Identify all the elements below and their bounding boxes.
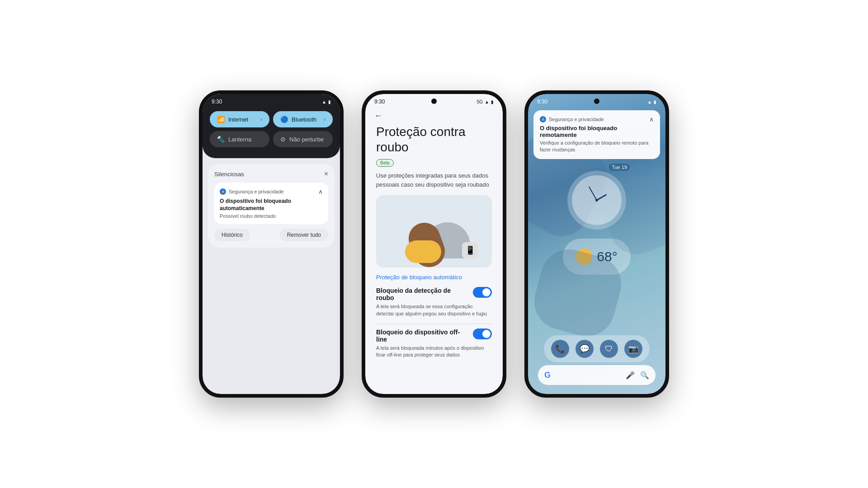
camera-punch (431, 99, 437, 104)
google-search-bar[interactable]: G 🎤 🔍 (538, 365, 656, 385)
bg-shape-3 (528, 243, 627, 343)
dnd-tile[interactable]: ⊘ Não perturbe (273, 131, 333, 147)
notification-source-label: Segurança e privacidade (229, 189, 284, 194)
phone-2: 9:30 5G ▲ ▮ ← Proteção contra roubo Beta… (362, 90, 506, 398)
toggle-1-desc: A tela será bloqueada se essa configuraç… (376, 303, 492, 317)
battery-icon: ▮ (328, 99, 331, 104)
internet-label: Internet (228, 116, 248, 123)
theft-illustration: 📱 (376, 195, 492, 267)
home-shield-icon: 🔒 (540, 116, 546, 122)
time-display-2: 9:30 (374, 99, 385, 105)
notification-title: O dispositivo foi bloqueado automaticame… (220, 198, 323, 212)
time-display: 9:30 (212, 99, 222, 105)
home-notif-expand[interactable]: ∧ (649, 116, 654, 123)
signal-icon-2: ▲ (485, 99, 489, 104)
shield-icon: 🔒 (220, 188, 226, 195)
expand-icon[interactable]: ∧ (318, 188, 323, 195)
close-notification-button[interactable]: × (324, 170, 328, 178)
toggle-label-1: Bloqueio da detecção de roubo (376, 287, 492, 301)
home-notif-title: O dispositivo foi bloqueado remotamente (540, 125, 654, 138)
clock-date: Tue 19 (609, 164, 630, 171)
lens-icon[interactable]: 🔍 (640, 371, 649, 380)
flashlight-icon: 🔦 (217, 136, 225, 143)
divider (376, 324, 492, 324)
notification-body: Possível roubo detectado (220, 213, 323, 219)
phone-3-screen: 9:30 ▲ ▮ 🔒 Segurança e privacidade ∧ O d… (528, 94, 665, 394)
google-logo: G (544, 371, 551, 380)
mic-icon[interactable]: 🎤 (626, 371, 635, 380)
messages-app-icon[interactable]: 💬 (576, 340, 594, 358)
bluetooth-label: Bluetooth (292, 116, 316, 123)
notification-header: Silenciosas × (214, 170, 328, 178)
notification-card-header: 🔒 Segurança e privacidade ∧ (220, 188, 323, 195)
shield-app-icon[interactable]: 🛡 (600, 340, 618, 358)
protection-content: Proteção contra roubo Beta Use proteções… (365, 124, 503, 365)
notification-source: 🔒 Segurança e privacidade (220, 188, 284, 195)
phone-1-screen: 9:30 ▲ ▮ 📶 Internet › 🔵 Bluetooth › (203, 94, 340, 394)
status-icons-3: ▲ ▮ (647, 99, 656, 104)
yellow-hand (405, 240, 441, 263)
home-notification-card[interactable]: 🔒 Segurança e privacidade ∧ O dispositiv… (533, 110, 660, 159)
search-right-icons: 🎤 🔍 (626, 371, 649, 380)
notification-panel: Silenciosas × 🔒 Segurança e privacidade … (208, 164, 335, 248)
clear-all-button[interactable]: Remover tudo (280, 229, 328, 241)
quick-tiles-grid: 📶 Internet › 🔵 Bluetooth › 🔦 Lanterna ⊘ … (203, 108, 340, 151)
back-button[interactable]: ← (365, 108, 503, 124)
network-label: 5G (477, 99, 483, 104)
toggle-label-2: Bloqueio do dispositivo off-line (376, 328, 492, 343)
home-notif-header: 🔒 Segurança e privacidade ∧ (540, 116, 654, 123)
phone-illustration-icon: 📱 (462, 242, 478, 258)
dnd-label: Não perturbe (289, 136, 324, 143)
history-button[interactable]: Histórico (214, 229, 250, 241)
home-notif-source-label: Segurança e privacidade (549, 117, 604, 122)
toggle-2-title: Bloqueio do dispositivo off-line (376, 328, 468, 343)
battery-icon-2: ▮ (491, 99, 494, 104)
home-notif-source: 🔒 Segurança e privacidade (540, 116, 604, 122)
clock-widget: Tue 19 (567, 171, 626, 230)
offline-lock-toggle[interactable] (473, 328, 492, 339)
clock-face (572, 175, 622, 225)
page-description: Use proteções integradas para seus dados… (376, 171, 492, 189)
bluetooth-icon: 🔵 (280, 116, 288, 123)
home-notif-body: Verifique a configuração de bloqueio rem… (540, 140, 654, 154)
signal-icon-3: ▲ (647, 99, 652, 104)
camera-app-icon[interactable]: 📷 (624, 340, 642, 358)
app-dock: 📞 💬 🛡 📷 (544, 335, 650, 362)
clock-center-dot (595, 199, 598, 202)
notification-section-title: Silenciosas (214, 171, 244, 178)
theft-detection-toggle-row: Bloqueio da detecção de roubo A tela ser… (376, 287, 492, 317)
internet-chevron: › (260, 117, 262, 122)
clock-minute-hand (589, 186, 597, 200)
notification-card: 🔒 Segurança e privacidade ∧ O dispositiv… (214, 183, 328, 224)
bluetooth-tile[interactable]: 🔵 Bluetooth › (273, 111, 333, 127)
status-icons-2: 5G ▲ ▮ (477, 99, 494, 104)
beta-badge: Beta (376, 159, 394, 167)
theft-detection-toggle[interactable] (473, 287, 492, 298)
bluetooth-chevron: › (324, 117, 326, 122)
dnd-icon: ⊘ (280, 136, 286, 143)
page-title-2: Proteção contra roubo (376, 124, 492, 155)
status-icons: ▲ ▮ (322, 99, 331, 104)
camera-punch-3 (594, 99, 599, 104)
phone-2-screen: 9:30 5G ▲ ▮ ← Proteção contra roubo Beta… (365, 94, 503, 394)
toggle-2-desc: A tela será bloqueada minutos após o dis… (376, 345, 492, 359)
phone-3: 9:30 ▲ ▮ 🔒 Segurança e privacidade ∧ O d… (524, 90, 669, 398)
offline-lock-toggle-row: Bloqueio do dispositivo off-line A tela … (376, 328, 492, 359)
wifi-icon: 📶 (217, 116, 225, 123)
signal-icon: ▲ (322, 99, 326, 104)
quick-settings-panel: 9:30 ▲ ▮ 📶 Internet › 🔵 Bluetooth › (203, 94, 340, 158)
battery-icon-3: ▮ (654, 99, 656, 104)
time-display-3: 9:30 (537, 99, 547, 105)
status-bar-1: 9:30 ▲ ▮ (203, 94, 340, 108)
auto-lock-link[interactable]: Proteção de bloqueio automático (376, 274, 492, 281)
internet-tile[interactable]: 📶 Internet › (210, 111, 269, 127)
flashlight-label: Lanterna (228, 136, 251, 143)
phone-app-icon[interactable]: 📞 (551, 340, 569, 358)
flashlight-tile[interactable]: 🔦 Lanterna (210, 131, 269, 147)
toggle-1-title: Bloqueio da detecção de roubo (376, 287, 468, 301)
phone-1: 9:30 ▲ ▮ 📶 Internet › 🔵 Bluetooth › (199, 90, 344, 398)
notification-actions: Histórico Remover tudo (214, 229, 328, 241)
